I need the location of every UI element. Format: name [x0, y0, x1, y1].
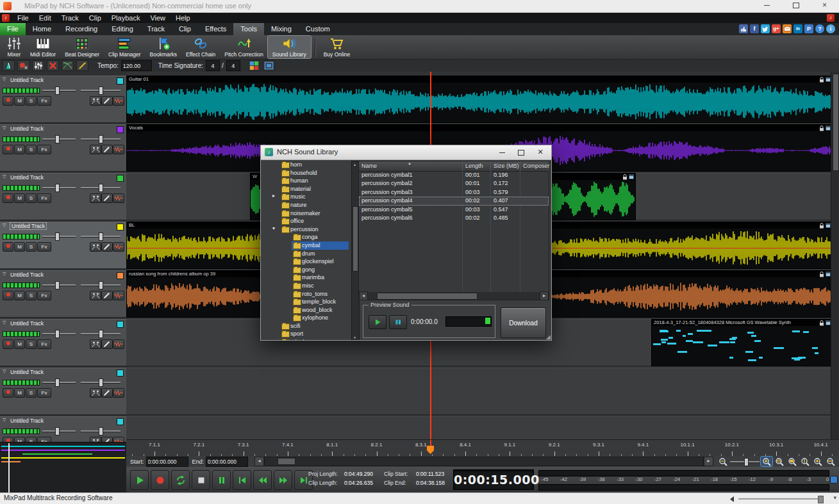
menu-track[interactable]: Track	[56, 13, 84, 23]
zoom-all-icon[interactable]	[786, 457, 798, 466]
scrollbar-thumb[interactable]	[278, 458, 295, 465]
mixer-small-icon[interactable]	[32, 60, 44, 71]
solo-button[interactable]: S	[26, 96, 37, 106]
collapse-arrow-icon[interactable]: ▾	[272, 225, 275, 231]
tree-item-music[interactable]: ▸music	[265, 193, 350, 201]
bookmarks-button[interactable]: Bookmarks	[145, 36, 182, 58]
tree-scroll-up-icon[interactable]: ▲	[352, 161, 358, 168]
automation-pencil-icon[interactable]	[101, 339, 113, 349]
collapse-icon[interactable]: ▽	[3, 272, 6, 277]
close-icon[interactable]: ×	[810, 0, 839, 12]
collapse-icon[interactable]: ▽	[3, 126, 6, 131]
fx-button[interactable]: Fx	[37, 291, 51, 300]
slider-thumb[interactable]	[99, 184, 103, 192]
sends-icon[interactable]	[90, 291, 101, 300]
statusbar-dropdown-icon[interactable]: ▾	[833, 494, 836, 501]
sound-row-5[interactable]: percussion cymbal500:030.547	[359, 206, 549, 214]
solo-button[interactable]: S	[26, 339, 37, 349]
sound-row-4[interactable]: percussion cymbal400:020.407	[359, 197, 549, 205]
email-icon[interactable]	[783, 24, 792, 33]
track-header-1[interactable]: ▽Untitled TrackMSFx	[0, 76, 126, 123]
sends-icon[interactable]	[90, 145, 101, 154]
midi-editor-button[interactable]: Midi Editor	[26, 36, 60, 58]
tab-tools[interactable]: Tools	[233, 23, 264, 35]
tab-file[interactable]: File	[0, 23, 26, 35]
sends-icon[interactable]	[90, 388, 101, 398]
facebook-icon[interactable]: f	[750, 24, 759, 33]
tree-item-office[interactable]: office	[265, 217, 350, 225]
tree-scroll-down-icon[interactable]: ▼	[352, 334, 358, 340]
menu-view[interactable]: View	[145, 13, 170, 23]
time-signature-denominator-input[interactable]	[226, 60, 240, 71]
fx-button[interactable]: Fx	[37, 145, 51, 154]
fx-button[interactable]: Fx	[37, 339, 51, 349]
track-header-6[interactable]: ▽Untitled TrackMSFx	[0, 319, 126, 366]
slider-thumb[interactable]	[99, 86, 103, 95]
scrollbar-track[interactable]	[264, 457, 704, 466]
slider-thumb[interactable]	[55, 135, 60, 143]
record-arm-button[interactable]	[3, 339, 13, 349]
nch-icon[interactable]: ♪	[827, 14, 835, 22]
tab-editing[interactable]: Editing	[104, 23, 140, 35]
track-header-7[interactable]: ▽Untitled TrackMSFx	[0, 368, 126, 415]
table-scrollbar-thumb[interactable]	[377, 293, 478, 300]
download-button[interactable]: Download	[501, 307, 546, 338]
mute-button[interactable]: M	[14, 291, 25, 300]
menu-help[interactable]: Help	[170, 13, 195, 23]
record-arm-button[interactable]	[3, 242, 13, 252]
zoom-out-icon[interactable]	[717, 457, 729, 466]
record-arm-button[interactable]	[3, 388, 13, 398]
tree-item-marimba[interactable]: marimba	[265, 273, 350, 282]
waveform-view-icon[interactable]	[113, 96, 124, 106]
tree-item-sport[interactable]: sport	[265, 330, 350, 338]
column-header-length[interactable]: Length	[463, 161, 491, 171]
sound-row-3[interactable]: percussion cymbal300:030.579	[359, 188, 549, 197]
slider-thumb[interactable]	[55, 232, 60, 241]
automation-pencil-icon[interactable]	[101, 145, 113, 154]
collapse-icon[interactable]: ▽	[3, 77, 6, 82]
automation-pencil-icon[interactable]	[101, 96, 113, 106]
info-icon[interactable]: i	[826, 24, 835, 33]
record-options-icon[interactable]	[17, 60, 29, 71]
slider-thumb[interactable]	[99, 378, 103, 387]
fx-button[interactable]: Fx	[37, 242, 51, 252]
slider-thumb[interactable]	[99, 427, 103, 435]
pitch-correction-button[interactable]: Pitch Correction	[220, 36, 267, 58]
sound-row-6[interactable]: percussion cymbal600:020.485	[359, 214, 549, 222]
tree-item-percussion[interactable]: ▾percussion	[265, 225, 350, 234]
preview-play-button[interactable]	[369, 315, 386, 329]
menu-edit[interactable]: Edit	[34, 13, 56, 23]
volume-slider[interactable]	[42, 281, 76, 288]
automation-pencil-icon[interactable]	[101, 242, 113, 252]
waveform-view-icon[interactable]	[113, 242, 124, 252]
like-icon[interactable]	[739, 24, 748, 33]
midi-sync-icon[interactable]	[263, 60, 275, 71]
waveform-view-icon[interactable]	[113, 339, 124, 349]
sound-row-1[interactable]: percussion cymbal100:010.196	[359, 171, 549, 179]
expand-arrow-icon[interactable]: ▸	[272, 193, 275, 199]
track-header-5[interactable]: ▽Untitled TrackMSFx	[0, 270, 126, 318]
zoom-in-icon[interactable]	[761, 457, 772, 466]
zoom-horizontal-icon[interactable]	[825, 457, 836, 466]
resize-grip[interactable]: ◢	[546, 334, 551, 340]
menu-playback[interactable]: Playback	[106, 13, 145, 23]
record-arm-button[interactable]	[3, 291, 13, 300]
loop-button[interactable]	[171, 470, 190, 490]
to-start-button[interactable]	[233, 470, 251, 490]
track-lane-7[interactable]	[126, 368, 831, 415]
sends-icon[interactable]	[90, 193, 101, 203]
slider-thumb[interactable]	[55, 281, 60, 289]
zoom-selection-icon[interactable]	[774, 457, 785, 466]
record-arm-button[interactable]	[3, 96, 13, 106]
dialog-close-icon[interactable]: ✕	[531, 145, 550, 159]
mute-button[interactable]: M	[14, 388, 25, 398]
record-arm-button[interactable]	[3, 193, 13, 203]
rewind-button[interactable]	[253, 470, 272, 490]
automation-pencil-icon[interactable]	[101, 291, 113, 300]
effect-chain-button[interactable]: Effect Chain	[181, 36, 220, 58]
clip-manager-button[interactable]: Clip Manager	[104, 36, 145, 58]
menu-file[interactable]: File	[12, 13, 34, 23]
tab-recording[interactable]: Recording	[58, 23, 104, 35]
mute-button[interactable]: M	[14, 145, 25, 154]
time-signature-numerator-input[interactable]	[206, 60, 220, 71]
